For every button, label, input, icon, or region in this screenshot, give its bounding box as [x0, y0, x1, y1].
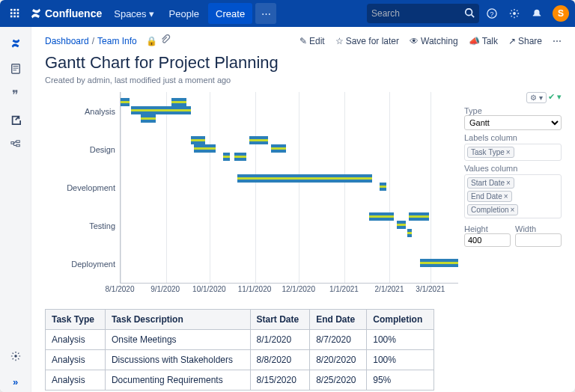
tag-start-date[interactable]: Start Date×: [467, 177, 514, 189]
confluence-logo[interactable]: Confluence: [27, 7, 105, 19]
table-cell: Analysis: [46, 330, 106, 350]
gantt-bar[interactable]: [369, 212, 394, 221]
search-input[interactable]: [371, 8, 464, 19]
gantt-bar[interactable]: [420, 259, 458, 267]
create-button[interactable]: Create: [208, 3, 252, 24]
height-input[interactable]: [464, 233, 511, 247]
notifications-icon[interactable]: [527, 4, 547, 23]
table-cell: 8/15/2020: [250, 370, 310, 391]
gantt-bar[interactable]: [271, 144, 286, 153]
labels-col-box[interactable]: Task Type×: [464, 144, 562, 161]
table-header: End Date: [310, 310, 367, 330]
help-icon[interactable]: ?: [482, 4, 502, 23]
table-cell: Analysis: [46, 370, 106, 391]
table-header: Task Type: [46, 310, 106, 330]
watching-button[interactable]: 👁Watching: [410, 36, 458, 46]
gantt-bar[interactable]: [121, 98, 130, 106]
search-icon[interactable]: [464, 7, 475, 20]
svg-point-13: [513, 12, 516, 15]
gantt-bar[interactable]: [409, 212, 429, 221]
svg-rect-5: [17, 12, 19, 14]
tag-completion[interactable]: Completion×: [467, 204, 518, 215]
pencil-icon: ✎: [299, 36, 307, 46]
rail-settings-icon[interactable]: [5, 346, 26, 367]
y-axis-label: Deployment: [45, 260, 115, 269]
svg-rect-7: [13, 16, 16, 18]
rail-quote-icon[interactable]: ❞: [5, 84, 26, 105]
svg-rect-2: [17, 9, 19, 11]
gantt-bar[interactable]: [141, 114, 156, 123]
type-select[interactable]: Gantt: [464, 115, 562, 130]
svg-rect-3: [10, 12, 13, 14]
megaphone-icon: 📣: [469, 36, 480, 46]
remove-tag-icon: ×: [506, 179, 511, 187]
table-cell: 100%: [367, 330, 434, 350]
width-input[interactable]: [515, 233, 562, 247]
edit-button[interactable]: ✎Edit: [299, 36, 325, 46]
gantt-bar[interactable]: [237, 174, 372, 183]
gantt-bar[interactable]: [194, 144, 216, 153]
values-col-box[interactable]: Start Date×End Date×Completion×: [464, 174, 562, 218]
panel-check-icon[interactable]: ✔ ▾: [548, 92, 562, 103]
save-for-later-button[interactable]: ☆Save for later: [335, 36, 399, 46]
gantt-bar[interactable]: [223, 153, 231, 161]
user-avatar[interactable]: S: [553, 5, 569, 22]
x-axis-label: 10/1/2020: [192, 285, 226, 293]
table-cell: Documenting Requirements: [105, 370, 250, 391]
rail-tree-icon[interactable]: [5, 135, 26, 156]
tag-end-date[interactable]: End Date×: [467, 191, 512, 202]
gantt-bar[interactable]: [249, 136, 268, 144]
rail-share-icon[interactable]: [5, 109, 26, 130]
breadcrumb: Dashboard / Team Info 🔒: [45, 34, 171, 47]
more-nav-icon[interactable]: ⋯: [255, 3, 276, 24]
table-cell: Analysis: [46, 350, 106, 370]
share-icon: ↗: [508, 36, 516, 46]
app-switcher-icon[interactable]: [6, 4, 24, 22]
remove-tag-icon: ×: [504, 192, 508, 200]
chevron-down-icon: ▾: [149, 8, 154, 19]
panel-gear-icon[interactable]: ⚙ ▾: [526, 92, 547, 103]
svg-rect-19: [16, 141, 19, 143]
remove-tag-icon: ×: [511, 206, 515, 214]
gantt-bar[interactable]: [397, 221, 406, 229]
app-name: Confluence: [45, 7, 102, 19]
gantt-bar[interactable]: [407, 229, 412, 237]
attachment-icon: [160, 34, 171, 47]
gantt-bar[interactable]: [148, 106, 191, 114]
table-header: Start Date: [250, 310, 310, 330]
lock-icon: 🔒: [146, 36, 157, 46]
nav-people[interactable]: People: [163, 3, 205, 24]
breadcrumb-team[interactable]: Team Info: [97, 36, 137, 46]
gantt-bar[interactable]: [171, 98, 186, 106]
gantt-bar[interactable]: [131, 106, 148, 114]
x-axis-label: 8/1/2020: [106, 285, 135, 293]
gantt-bar[interactable]: [191, 136, 206, 144]
nav-spaces[interactable]: Spaces▾: [108, 3, 159, 24]
x-axis-label: 1/1/2021: [329, 285, 359, 293]
x-axis-label: 12/1/2020: [282, 285, 315, 293]
breadcrumb-dashboard[interactable]: Dashboard: [45, 36, 89, 46]
talk-button[interactable]: 📣Talk: [469, 36, 498, 46]
x-axis-label: 11/1/2020: [238, 285, 272, 293]
svg-rect-6: [10, 16, 13, 18]
rail-logo-icon[interactable]: [5, 33, 26, 54]
gantt-chart: AnalysisDesignDevelopmentTestingDeployme…: [45, 92, 458, 301]
search-box[interactable]: [367, 4, 479, 23]
share-button[interactable]: ↗Share: [508, 36, 542, 46]
table-header: Completion: [367, 310, 434, 330]
svg-line-10: [472, 14, 475, 17]
tag-task-type[interactable]: Task Type×: [467, 147, 514, 158]
type-label: Type: [464, 106, 562, 115]
svg-rect-4: [13, 12, 16, 14]
gantt-bar[interactable]: [234, 153, 246, 161]
task-table: Task TypeTask DescriptionStart DateEnd D…: [45, 309, 434, 391]
width-label: Width: [515, 224, 562, 233]
settings-icon[interactable]: [505, 4, 524, 23]
rail-page-icon[interactable]: [5, 58, 26, 79]
labels-col-label: Labels column: [464, 133, 562, 142]
rail-expand-icon[interactable]: »: [5, 371, 26, 392]
page-byline: Created by admin, last modified just a m…: [45, 76, 562, 85]
gantt-bar[interactable]: [380, 183, 387, 191]
more-actions-icon[interactable]: ⋯: [553, 36, 562, 46]
table-cell: 100%: [367, 350, 434, 370]
